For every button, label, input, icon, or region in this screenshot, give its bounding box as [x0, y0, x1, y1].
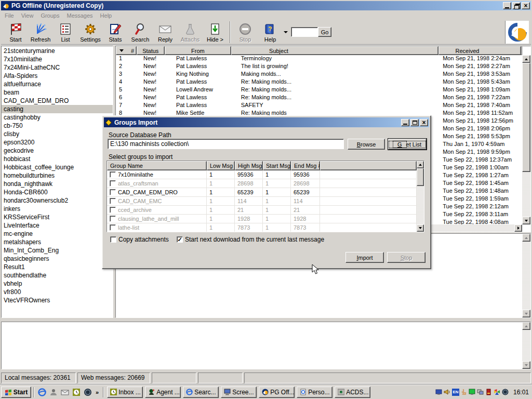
volume-tray-icon[interactable]: [444, 389, 451, 396]
pinwheel-tray-icon[interactable]: [494, 389, 501, 396]
scroll-down-button[interactable]: [417, 224, 424, 232]
import-button[interactable]: Import: [345, 252, 384, 263]
sidebar-group-item[interactable]: castinghobby: [2, 113, 113, 122]
message-row[interactable]: 7New!Pat LawlessSAFETYMon Sep 21, 1998 7…: [116, 102, 522, 110]
sidebar-group-item[interactable]: CAD_CAM_EDM_DRO: [2, 97, 113, 105]
window-titlebar[interactable]: PG Offline (Unregistered Copy) ×: [1, 1, 531, 10]
sidebar-group-item[interactable]: epson3200: [2, 138, 113, 147]
sidebar-group-item[interactable]: 7x10minilathe: [2, 55, 113, 63]
hand-tray-icon[interactable]: [460, 389, 468, 396]
column-header-received[interactable]: Received: [438, 46, 521, 55]
message-row[interactable]: 6New!Pat LawlessRe: Making molds...Mon S…: [116, 94, 522, 102]
goto-message-input[interactable]: [291, 27, 318, 37]
menu-groups[interactable]: Groups: [37, 11, 63, 20]
close-button[interactable]: ×: [522, 2, 530, 9]
sidebar-group-item[interactable]: inkers: [2, 205, 113, 213]
sidebar-group-item[interactable]: honda_nighthawk: [2, 180, 113, 188]
group-checkbox[interactable]: [110, 180, 116, 187]
netmon-tray-icon[interactable]: [469, 389, 476, 396]
scroll-up-button[interactable]: [522, 322, 530, 330]
settings-button[interactable]: Settings: [78, 21, 103, 44]
groups-table-scrollbar[interactable]: [417, 161, 424, 232]
sidebar-group-item[interactable]: Honda-CBR600: [2, 188, 113, 196]
scroll-up-button[interactable]: [417, 161, 424, 168]
sidebar-group-item[interactable]: geckodrive: [2, 147, 113, 155]
group-checkbox[interactable]: [110, 198, 116, 204]
dual-monitor-tray-icon[interactable]: [477, 389, 484, 396]
group-checkbox[interactable]: [110, 171, 116, 178]
hide-button[interactable]: Hide >: [203, 21, 228, 44]
user-quicklaunch-icon[interactable]: [49, 388, 58, 397]
stats-button[interactable]: Stats: [103, 21, 128, 44]
minimize-button[interactable]: [503, 2, 511, 9]
sidebar-group-item[interactable]: metalshapers: [2, 238, 113, 246]
taskbar-task-ie[interactable]: Searc...: [183, 387, 219, 398]
reply-button[interactable]: Reply: [153, 21, 178, 44]
start-next-option[interactable]: ✓ Start next download from the current l…: [175, 236, 324, 243]
dialog-minimize-button[interactable]: [401, 119, 409, 126]
scroll-up-button[interactable]: [522, 55, 530, 63]
sidebar-group-item[interactable]: qbasicbeginners: [2, 255, 113, 263]
list-button[interactable]: List: [53, 21, 78, 44]
sidebar-group-item[interactable]: 21stcenturymarine: [2, 47, 113, 55]
help-button[interactable]: ? Help: [258, 21, 283, 44]
sidebar-group-item[interactable]: KRSServiceFirst: [2, 213, 113, 221]
scroll-right-button[interactable]: [514, 224, 522, 232]
sidebar-group-item[interactable]: LiveInterface: [2, 221, 113, 230]
taskbar-task-acdsee[interactable]: ACDS...: [335, 387, 370, 398]
restore-button[interactable]: [512, 2, 521, 9]
taskbar-task-screen[interactable]: Scree...: [221, 387, 257, 398]
dialog-close-button[interactable]: ×: [420, 119, 428, 126]
column-header-from[interactable]: From: [165, 46, 231, 55]
taskbar-task-pg[interactable]: PG Off...: [259, 387, 295, 398]
chevron-down-icon[interactable]: [284, 31, 288, 35]
column-header-group-name[interactable]: Group Name: [107, 161, 207, 170]
group-import-row[interactable]: clausing_lathe_and_mill1192811928: [107, 215, 417, 223]
scroll-thumb[interactable]: [522, 63, 530, 172]
pgoffline-quicklaunch-icon[interactable]: [72, 388, 81, 397]
start-menu-button[interactable]: Start: [1, 387, 31, 398]
sidebar-group-item[interactable]: 7x24Mini-LatheCNC: [2, 63, 113, 72]
sidebar-group-item[interactable]: Hobbicast_coffee_lounge: [2, 163, 113, 171]
column-header-status[interactable]: Status: [137, 46, 165, 55]
taskbar-task-inbox[interactable]: Inbox ...: [107, 387, 143, 398]
refresh-button[interactable]: Refresh: [28, 21, 53, 44]
sidebar-group-item[interactable]: Alfa-Spiders: [2, 72, 113, 80]
group-checkbox[interactable]: [110, 189, 116, 195]
taskbar-clock[interactable]: 16:01: [513, 389, 529, 396]
menu-file[interactable]: File: [1, 11, 18, 20]
mail-quicklaunch-icon[interactable]: [60, 388, 70, 397]
group-import-row[interactable]: CAD_CAM_EMC11141114: [107, 197, 417, 206]
lower-pane-vertical-scrollbar[interactable]: [522, 322, 530, 369]
dialog-maximize-button[interactable]: [410, 119, 419, 126]
copy-attachments-option[interactable]: Copy attachments: [109, 236, 169, 243]
message-row[interactable]: 4New!Pat LawlessRe: Making molds...Mon S…: [116, 78, 522, 86]
go-button[interactable]: Go: [318, 27, 331, 37]
sidebar-group-item[interactable]: hondarc30ownersclub2: [2, 196, 113, 205]
sidebar-group-item[interactable]: mc-engine: [2, 230, 113, 238]
sidebar-group-item[interactable]: vbhelp: [2, 280, 113, 288]
sidebar-group-item[interactable]: cb-750: [2, 122, 113, 130]
sidebar-group-item[interactable]: beam: [2, 88, 113, 97]
group-import-row[interactable]: 7x10minilathe195936195936: [107, 170, 417, 179]
column-header-high-msg[interactable]: High Msg #: [235, 161, 263, 170]
norton-tray-icon[interactable]: [502, 389, 509, 396]
taskbar-task-iedoc[interactable]: Perso...: [297, 387, 332, 398]
display-tray-icon[interactable]: [435, 389, 443, 396]
language-indicator[interactable]: EN: [452, 389, 459, 396]
column-header-number[interactable]: #: [116, 46, 137, 55]
quicklaunch-overflow-chevron[interactable]: »: [96, 389, 99, 395]
sidebar-group-item[interactable]: Min_Int_Comb_Eng: [2, 246, 113, 255]
menu-view[interactable]: View: [18, 11, 37, 20]
group-checkbox[interactable]: [110, 216, 116, 222]
column-header-low-msg[interactable]: Low Msg #: [207, 161, 235, 170]
sidebar-group-item[interactable]: Result1: [2, 263, 113, 271]
sidebar-group-item[interactable]: VtecVFROwners: [2, 296, 113, 304]
column-header-end-msg[interactable]: End Msg #: [291, 161, 320, 170]
group-import-row[interactable]: CAD_CAM_EDM_DRO165239165239: [107, 188, 417, 197]
ie-quicklaunch-icon[interactable]: [37, 388, 47, 397]
group-import-row[interactable]: lathe-list1787317873: [107, 223, 417, 232]
column-header-subject[interactable]: Subject: [231, 46, 438, 55]
column-header-start-msg[interactable]: Start Msg #: [263, 161, 291, 170]
group-import-row[interactable]: cced_archive121121: [107, 206, 417, 215]
